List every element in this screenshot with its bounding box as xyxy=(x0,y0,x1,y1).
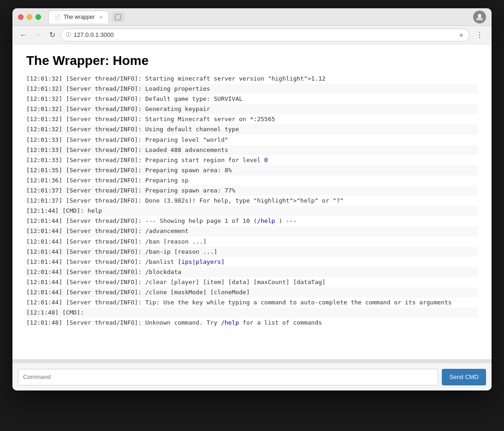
svg-rect-0 xyxy=(115,14,121,20)
url-text: 127.0.0.1:3000 xyxy=(74,31,114,38)
lock-icon: Ⓘ xyxy=(66,31,71,38)
log-line: [12:01:32] [Server thread/INFO]: Loading… xyxy=(26,84,478,94)
refresh-button[interactable]: ↻ xyxy=(47,29,57,41)
log-line: [12:01:44] [Server thread/INFO]: /clear … xyxy=(26,277,478,287)
forward-button[interactable]: → xyxy=(33,29,44,41)
svg-point-1 xyxy=(478,14,481,17)
new-tab-button[interactable] xyxy=(111,12,124,22)
tab-title: The wrapper xyxy=(64,14,94,20)
log-line: [12:01:32] [Server thread/INFO]: Default… xyxy=(26,94,478,104)
log-line: [12:01:44] [Server thread/INFO]: /banlis… xyxy=(26,257,478,267)
log-line: [12:01:37] [Server thread/INFO]: Prepari… xyxy=(26,186,478,196)
tab-close-icon[interactable]: ✕ xyxy=(99,15,103,20)
log-line: [12:01:32] [Server thread/INFO]: Using d… xyxy=(26,124,478,134)
log-line: [12:01:48] [Server thread/INFO]: Unknown… xyxy=(26,318,478,328)
log-line: [12:01:44] [Server thread/INFO]: /ban-ip… xyxy=(26,247,478,257)
back-button[interactable]: ← xyxy=(18,29,29,41)
log-line: [12:01:33] [Server thread/INFO]: Prepari… xyxy=(26,135,478,145)
active-tab[interactable]: 📄 The wrapper ✕ xyxy=(48,11,109,23)
page-header: The Wrapper: Home xyxy=(12,44,492,68)
address-bar[interactable]: Ⓘ 127.0.0.1:3000 ★ xyxy=(61,29,469,41)
titlebar: 📄 The wrapper ✕ xyxy=(12,8,492,26)
tab-bar: 📄 The wrapper ✕ xyxy=(48,11,473,23)
command-input[interactable] xyxy=(18,369,438,385)
log-line: [12:01:33] [Server thread/INFO]: Prepari… xyxy=(26,155,478,165)
close-button[interactable] xyxy=(18,14,23,20)
log-line: [12:01:44] [Server thread/INFO]: --- Sho… xyxy=(26,216,478,226)
minimize-button[interactable] xyxy=(27,14,32,20)
log-line: [12:1:48] [CMD]: xyxy=(26,308,478,318)
log-line: [12:1:44] [CMD]: help xyxy=(26,206,478,216)
log-line: [12:01:32] [Server thread/INFO]: Startin… xyxy=(26,74,478,84)
browser-window: 📄 The wrapper ✕ ← → ↻ Ⓘ 127.0.0.1:3000 ★ xyxy=(12,8,492,390)
log-line: [12:01:44] [Server thread/INFO]: Tip: Us… xyxy=(26,297,478,308)
console-output: [12:01:32] [Server thread/INFO]: Startin… xyxy=(12,74,492,359)
tab-page-icon: 📄 xyxy=(54,14,61,20)
log-line: [12:01:37] [Server thread/INFO]: Done (3… xyxy=(26,196,478,206)
bookmark-icon[interactable]: ★ xyxy=(458,31,464,39)
menu-button[interactable]: ⋮ xyxy=(473,29,486,41)
profile-icon[interactable] xyxy=(473,11,486,23)
maximize-button[interactable] xyxy=(35,14,41,20)
log-line: [12:01:35] [Server thread/INFO]: Prepari… xyxy=(26,165,478,175)
traffic-lights xyxy=(18,14,41,20)
log-line: [12:01:44] [Server thread/INFO]: /advanc… xyxy=(26,226,478,236)
send-cmd-button[interactable]: Send CMD xyxy=(442,369,486,385)
command-bar: Send CMD xyxy=(12,363,492,390)
navbar: ← → ↻ Ⓘ 127.0.0.1:3000 ★ ⋮ xyxy=(12,26,492,44)
log-line: [12:01:32] [Server thread/INFO]: Startin… xyxy=(26,114,478,124)
log-line: [12:01:44] [Server thread/INFO]: /ban [r… xyxy=(26,237,478,247)
log-line: [12:01:44] [Server thread/INFO]: /blockd… xyxy=(26,267,478,277)
divider xyxy=(12,359,492,363)
page-title: The Wrapper: Home xyxy=(26,53,478,68)
log-line: [12:01:44] [Server thread/INFO]: /clone … xyxy=(26,287,478,297)
log-line: [12:01:33] [Server thread/INFO]: Loaded … xyxy=(26,145,478,155)
log-line: [12:01:36] [Server thread/INFO]: Prepari… xyxy=(26,175,478,186)
log-line: [12:01:32] [Server thread/INFO]: Generat… xyxy=(26,104,478,114)
